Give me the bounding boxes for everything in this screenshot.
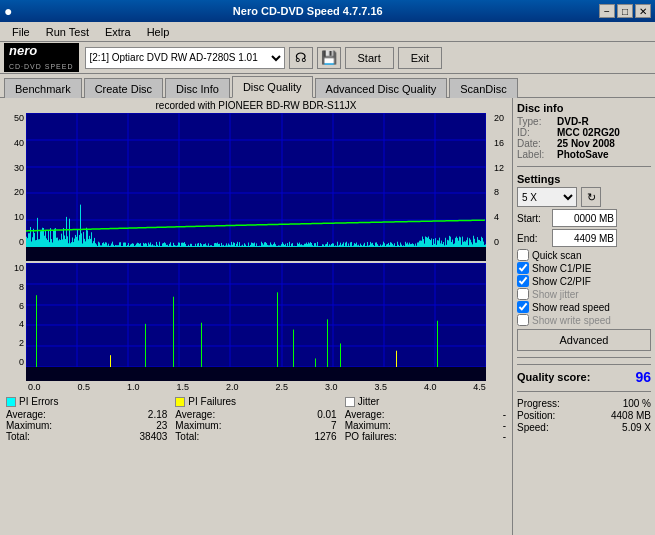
end-mb-row: End: xyxy=(517,229,651,247)
exit-button[interactable]: Exit xyxy=(398,47,442,69)
menu-file[interactable]: File xyxy=(4,24,38,40)
start-button[interactable]: Start xyxy=(345,47,394,69)
divider-2 xyxy=(517,357,651,358)
speed-value: 5.09 X xyxy=(622,422,651,433)
chart-area: recorded with PIONEER BD-RW BDR-S11JX 50… xyxy=(0,98,512,535)
window-title: Nero CD-DVD Speed 4.7.7.16 xyxy=(16,5,599,17)
disc-type-row: Type: DVD-R xyxy=(517,116,651,127)
settings-title: Settings xyxy=(517,173,651,185)
po-failures-label: PO failures: xyxy=(345,431,397,442)
menu-help[interactable]: Help xyxy=(139,24,178,40)
pi-errors-color-box xyxy=(6,397,16,407)
pi-failures-average-row: Average: 0.01 xyxy=(175,409,336,420)
disc-date-label: Date: xyxy=(517,138,553,149)
nero-logo: nero CD·DVD SPEED xyxy=(4,43,79,71)
y-axis-left-top: 50 40 30 20 10 0 xyxy=(4,113,26,261)
disc-type-label: Type: xyxy=(517,116,553,127)
refresh-icon[interactable]: ↻ xyxy=(581,187,601,207)
pi-failures-group: PI Failures Average: 0.01 Maximum: 7 Tot… xyxy=(175,396,336,442)
show-write-speed-label: Show write speed xyxy=(532,315,611,326)
progress-value: 100 % xyxy=(623,398,651,409)
tab-disc-info[interactable]: Disc Info xyxy=(165,78,230,98)
jitter-max-row: Maximum: - xyxy=(345,420,506,431)
end-mb-input[interactable] xyxy=(552,229,617,247)
show-write-speed-checkbox[interactable] xyxy=(517,314,529,326)
disc-date-row: Date: 25 Nov 2008 xyxy=(517,138,651,149)
menu-run-test[interactable]: Run Test xyxy=(38,24,97,40)
title-bar: ● Nero CD-DVD Speed 4.7.7.16 − □ ✕ xyxy=(0,0,655,22)
pi-failures-avg-value: 0.01 xyxy=(317,409,336,420)
divider-3 xyxy=(517,391,651,392)
x-axis-labels: 0.0 0.5 1.0 1.5 2.0 2.5 3.0 3.5 4.0 4.5 xyxy=(26,382,486,392)
show-read-speed-checkbox[interactable] xyxy=(517,301,529,313)
show-jitter-label: Show jitter xyxy=(532,289,579,300)
minimize-button[interactable]: − xyxy=(599,4,615,18)
position-label: Position: xyxy=(517,410,555,421)
quality-score-row: Quality score: 96 xyxy=(517,364,651,385)
disc-label-label: Label: xyxy=(517,149,553,160)
show-c1pie-checkbox[interactable] xyxy=(517,262,529,274)
start-mb-row: Start: xyxy=(517,209,651,227)
drive-select[interactable]: [2:1] Optiarc DVD RW AD-7280S 1.01 xyxy=(85,47,285,69)
show-jitter-checkbox[interactable] xyxy=(517,288,529,300)
show-jitter-row: Show jitter xyxy=(517,288,651,300)
pi-errors-title: PI Errors xyxy=(19,396,58,407)
quick-scan-label: Quick scan xyxy=(532,250,581,261)
show-c2pif-checkbox[interactable] xyxy=(517,275,529,287)
speed-row: 5 X ↻ xyxy=(517,187,651,207)
eject-icon[interactable]: ☊ xyxy=(289,47,313,69)
jitter-group: Jitter Average: - Maximum: - PO failures… xyxy=(345,396,506,442)
jitter-max-label: Maximum: xyxy=(345,420,391,431)
quick-scan-row: Quick scan xyxy=(517,249,651,261)
disc-label-value: PhotoSave xyxy=(557,149,609,160)
show-c2pif-row: Show C2/PIF xyxy=(517,275,651,287)
close-button[interactable]: ✕ xyxy=(635,4,651,18)
jitter-max-value: - xyxy=(503,420,506,431)
pi-errors-max-label: Maximum: xyxy=(6,420,52,431)
pi-errors-max-row: Maximum: 23 xyxy=(6,420,167,431)
disc-info-title: Disc info xyxy=(517,102,651,114)
pi-failures-color-box xyxy=(175,397,185,407)
stats-bar: PI Errors Average: 2.18 Maximum: 23 Tota… xyxy=(4,392,508,446)
jitter-avg-value: - xyxy=(503,409,506,420)
y-axis-right-top: 20 16 12 8 4 0 xyxy=(494,113,504,247)
toolbar: nero CD·DVD SPEED [2:1] Optiarc DVD RW A… xyxy=(0,42,655,74)
pi-errors-total-value: 38403 xyxy=(140,431,168,442)
pi-failures-max-row: Maximum: 7 xyxy=(175,420,336,431)
start-mb-label: Start: xyxy=(517,213,549,224)
tab-benchmark[interactable]: Benchmark xyxy=(4,78,82,98)
speed-select[interactable]: 5 X xyxy=(517,187,577,207)
bottom-chart-canvas xyxy=(26,263,486,381)
progress-section: Progress: 100 % Position: 4408 MB Speed:… xyxy=(517,398,651,434)
tab-create-disc[interactable]: Create Disc xyxy=(84,78,163,98)
show-read-speed-label: Show read speed xyxy=(532,302,610,313)
tab-scan-disc[interactable]: ScanDisc xyxy=(449,78,517,98)
jitter-title: Jitter xyxy=(358,396,380,407)
pi-errors-total-row: Total: 38403 xyxy=(6,431,167,442)
po-failures-value: - xyxy=(503,431,506,442)
pi-errors-average-row: Average: 2.18 xyxy=(6,409,167,420)
tab-advanced-disc-quality[interactable]: Advanced Disc Quality xyxy=(315,78,448,98)
quick-scan-checkbox[interactable] xyxy=(517,249,529,261)
menu-extra[interactable]: Extra xyxy=(97,24,139,40)
pi-errors-avg-label: Average: xyxy=(6,409,46,420)
show-c1pie-label: Show C1/PIE xyxy=(532,263,591,274)
pi-failures-total-value: 1276 xyxy=(314,431,336,442)
app-icon: ● xyxy=(4,3,12,19)
position-value: 4408 MB xyxy=(611,410,651,421)
restore-button[interactable]: □ xyxy=(617,4,633,18)
right-panel: Disc info Type: DVD-R ID: MCC 02RG20 Dat… xyxy=(512,98,655,535)
tab-disc-quality[interactable]: Disc Quality xyxy=(232,76,313,98)
position-row: Position: 4408 MB xyxy=(517,410,651,421)
show-c2pif-label: Show C2/PIF xyxy=(532,276,591,287)
pi-failures-max-label: Maximum: xyxy=(175,420,221,431)
divider-1 xyxy=(517,166,651,167)
end-mb-label: End: xyxy=(517,233,549,244)
start-mb-input[interactable] xyxy=(552,209,617,227)
show-c1pie-row: Show C1/PIE xyxy=(517,262,651,274)
pi-errors-total-label: Total: xyxy=(6,431,30,442)
show-read-speed-row: Show read speed xyxy=(517,301,651,313)
save-icon[interactable]: 💾 xyxy=(317,47,341,69)
advanced-button[interactable]: Advanced xyxy=(517,329,651,351)
pi-errors-max-value: 23 xyxy=(156,420,167,431)
